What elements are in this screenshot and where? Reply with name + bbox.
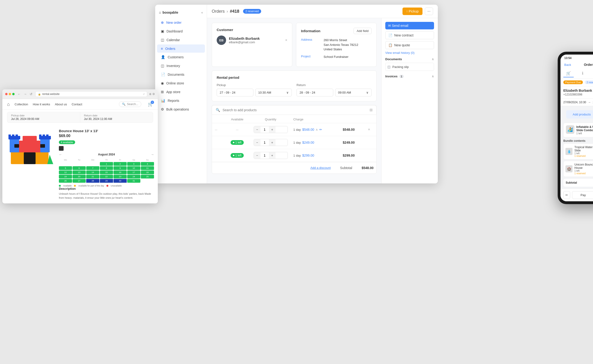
- browser-action-btn2[interactable]: ⚙: [152, 92, 155, 96]
- cal-day-30[interactable]: 30: [114, 179, 127, 183]
- browser-url-bar[interactable]: 🔒 rental.website ↗: [35, 91, 147, 97]
- cal-day-31[interactable]: 31: [127, 179, 140, 183]
- rental-cart-icon[interactable]: 🛒 0: [148, 102, 153, 107]
- view-email-history-link[interactable]: View email history (0): [385, 51, 434, 55]
- cal-day-15[interactable]: 15: [100, 170, 113, 174]
- return-time-input[interactable]: 09:00 AM ∨: [335, 89, 372, 96]
- new-contract-button[interactable]: 📄 New contract: [385, 31, 434, 39]
- browser-forward-button[interactable]: →: [23, 92, 28, 96]
- cal-day-20[interactable]: 20: [73, 175, 86, 178]
- cal-day-5[interactable]: 5: [59, 166, 72, 170]
- sidebar-item-online-store[interactable]: ◉ Online store: [157, 79, 205, 87]
- cal-day-6[interactable]: 6: [73, 166, 86, 170]
- add-products-button[interactable]: Add products: [566, 110, 593, 118]
- cal-day-25[interactable]: 25: [141, 175, 154, 178]
- nav-collection[interactable]: Collection: [15, 103, 28, 106]
- cal-day-17[interactable]: 17: [127, 170, 140, 174]
- col-charge: Charge: [291, 116, 340, 123]
- phone-back-button[interactable]: Back: [564, 63, 571, 66]
- invoices-toggle[interactable]: ∧: [432, 75, 434, 78]
- cal-day-24[interactable]: 24: [127, 175, 140, 178]
- cal-day-14[interactable]: 14: [86, 170, 99, 174]
- nav-how-it-works[interactable]: How it works: [33, 103, 50, 106]
- sidebar-collapse-button[interactable]: «: [201, 11, 203, 14]
- cal-day-28[interactable]: 28: [86, 179, 99, 183]
- qty-input[interactable]: [261, 154, 269, 157]
- more-button[interactable]: ···: [425, 7, 433, 15]
- phone-tab-cal[interactable]: 📅: [592, 70, 593, 77]
- filter-icon[interactable]: ⊞: [370, 108, 373, 112]
- phone-tab-cart[interactable]: 🛒: [563, 70, 574, 77]
- cal-day-18[interactable]: 18: [141, 170, 154, 174]
- cal-day-16[interactable]: 16: [114, 170, 127, 174]
- add-discount-link[interactable]: Add a discount: [310, 166, 331, 170]
- cal-day-23[interactable]: 23: [114, 175, 127, 178]
- breadcrumb-orders[interactable]: Orders: [212, 9, 225, 14]
- edit-price-icon[interactable]: ✏: [319, 128, 322, 131]
- cal-day-21[interactable]: 21: [86, 175, 99, 178]
- close-dot[interactable]: [5, 93, 7, 95]
- documents-toggle[interactable]: ∧: [432, 57, 434, 61]
- pickup-time-input[interactable]: 10:30 AM ∨: [255, 89, 292, 96]
- sidebar-item-calendar[interactable]: ◫ Calendar: [157, 36, 205, 44]
- phone-pay-button[interactable]: Pay: [572, 191, 593, 199]
- pickup-date-input[interactable]: 27 - 09 - 24: [217, 89, 253, 96]
- sidebar-item-documents[interactable]: 📄 Documents: [157, 70, 205, 79]
- cal-day-7[interactable]: 7: [86, 166, 99, 170]
- cal-day-26[interactable]: 26: [59, 179, 72, 183]
- rental-search-bar[interactable]: 🔍 Search...: [119, 101, 141, 107]
- new-quote-button[interactable]: 📋 New quote: [385, 41, 434, 49]
- sidebar-item-inventory[interactable]: ◫ Inventory: [157, 62, 205, 70]
- sidebar-item-orders[interactable]: ≡ Orders: [157, 45, 205, 53]
- customer-remove-button[interactable]: ×: [285, 38, 287, 42]
- browser-action-btn[interactable]: ⊕: [149, 92, 151, 96]
- qty-increase[interactable]: +: [269, 139, 276, 146]
- browser-refresh-button[interactable]: ↺: [29, 92, 34, 96]
- color-swatch[interactable]: [59, 146, 64, 151]
- cal-prev-button[interactable]: ←: [59, 153, 62, 156]
- nav-contact[interactable]: Contact: [72, 103, 82, 106]
- browser-back-button[interactable]: ←: [16, 92, 22, 96]
- sidebar-item-label: Inventory: [167, 64, 180, 68]
- cal-day-10[interactable]: 10: [127, 166, 140, 170]
- qty-increase[interactable]: +: [269, 126, 276, 133]
- cal-day-27[interactable]: 27: [73, 179, 86, 183]
- qty-input[interactable]: [261, 128, 269, 131]
- sidebar-item-dashboard[interactable]: ▣ Dashboard: [157, 27, 205, 35]
- cal-day-9[interactable]: 9: [114, 166, 127, 170]
- remove-row-icon[interactable]: ×: [368, 127, 370, 131]
- sidebar-item-new-order[interactable]: ⊕ New order: [157, 18, 205, 27]
- qty-input[interactable]: [261, 141, 269, 144]
- qty-decrease[interactable]: −: [254, 152, 261, 159]
- qty-decrease[interactable]: −: [254, 126, 261, 133]
- sidebar-item-bulk-operations[interactable]: ⚙ Bulk operations: [157, 105, 205, 114]
- cal-day-22[interactable]: 22: [100, 175, 113, 178]
- sidebar-item-app-store[interactable]: ⊞ App store: [157, 88, 205, 96]
- minimize-dot[interactable]: [9, 93, 11, 95]
- cal-day-12[interactable]: 12: [59, 170, 72, 174]
- cal-day-19[interactable]: 19: [59, 175, 72, 178]
- cal-day-2[interactable]: 2: [114, 162, 127, 166]
- phone-edit-button[interactable]: ✏: [563, 191, 570, 199]
- pickup-button[interactable]: ↑ Pickup: [403, 7, 423, 15]
- cal-day-3[interactable]: 3: [127, 162, 140, 166]
- send-email-button[interactable]: ✉ Send email: [385, 22, 434, 29]
- cal-day-11[interactable]: 11: [141, 166, 154, 170]
- cal-day-29[interactable]: 29: [100, 179, 113, 183]
- qty-increase[interactable]: +: [269, 152, 276, 159]
- sidebar-item-customers[interactable]: 👤 Customers: [157, 53, 205, 61]
- search-input[interactable]: [222, 108, 367, 112]
- packing-slip-item[interactable]: ◫ Packing slip: [385, 63, 434, 71]
- cal-day-13[interactable]: 13: [73, 170, 86, 174]
- sidebar-item-reports[interactable]: 📊 Reports: [157, 96, 205, 105]
- nav-about[interactable]: About us: [55, 103, 67, 106]
- cal-next-button[interactable]: →: [151, 153, 154, 156]
- maximize-dot[interactable]: [12, 93, 15, 95]
- cal-day-1[interactable]: 1: [100, 162, 113, 166]
- cal-day-4[interactable]: 4: [141, 162, 154, 166]
- cal-day-8[interactable]: 8: [100, 166, 113, 170]
- qty-decrease[interactable]: −: [254, 139, 261, 146]
- return-date-input[interactable]: 28 - 09 - 24: [296, 89, 333, 96]
- add-field-button[interactable]: Add field: [353, 28, 372, 34]
- phone-tab-info[interactable]: ℹ: [579, 70, 586, 77]
